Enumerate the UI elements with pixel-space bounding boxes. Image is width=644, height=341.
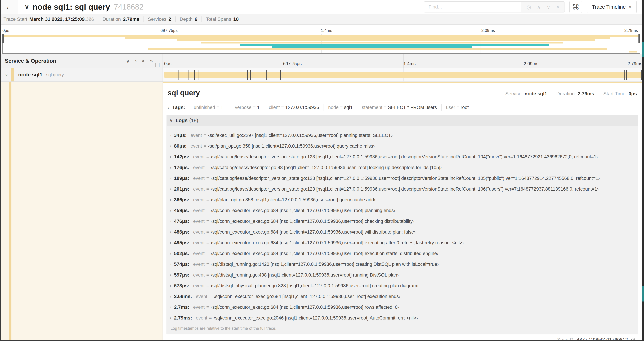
chevron-right-icon[interactable]: ›: [170, 133, 171, 138]
tag-item[interactable]: statement=SELECT * FROM users: [357, 104, 441, 111]
locate-icon[interactable]: ◎: [526, 4, 531, 10]
chevron-right-icon[interactable]: ›: [170, 219, 171, 224]
chevron-right-icon[interactable]: ›: [170, 305, 171, 310]
log-entry[interactable]: ›597μs:event=‹sql/distsql_running.go:498…: [168, 270, 636, 280]
log-entry[interactable]: ›486μs:event=‹sql/conn_executor_exec.go:…: [168, 227, 636, 237]
column-resizer-grip[interactable]: ❘❘: [154, 62, 161, 67]
chevron-right-icon[interactable]: ›: [170, 154, 171, 159]
chevron-right-icon[interactable]: ›: [170, 283, 171, 288]
chevron-right-icon[interactable]: ›: [170, 240, 171, 245]
log-entry[interactable]: ›2.79ms:event=‹sql/conn_executor_exec.go…: [168, 312, 636, 323]
start-time-value: 0μs: [628, 91, 637, 97]
log-value: ‹sql/conn_executor_exec.go:684 [nsql1,cl…: [211, 305, 399, 310]
tag-key: _unfinished: [191, 105, 215, 110]
log-entry[interactable]: ›459μs:event=‹sql/conn_executor_exec.go:…: [168, 205, 636, 216]
services-label: Services: [148, 17, 166, 22]
clear-search-icon[interactable]: ×: [556, 4, 559, 10]
log-field-name: event: [193, 305, 205, 310]
minimap-right-scrubber[interactable]: [638, 34, 640, 43]
tag-item[interactable]: node=sql1: [324, 104, 357, 111]
chevron-right-icon[interactable]: ›: [170, 251, 171, 256]
collapse-one-icon[interactable]: ∨: [126, 58, 130, 64]
timeline-ruler: 0μs697.75μs1.4ms2.09ms2.79ms: [163, 54, 644, 68]
log-value: ‹sql/distsql_running.go:1420 [nsql1,clie…: [211, 262, 439, 267]
chevron-right-icon[interactable]: ›: [170, 230, 171, 234]
tags-accordion[interactable]: › Tags: _unfinished=1_verbose=1client=12…: [166, 104, 638, 111]
tag-item[interactable]: _verbose=1: [228, 104, 264, 111]
minimap-span-bar: [240, 44, 549, 46]
logs-count: (18): [189, 118, 198, 123]
chevron-right-icon[interactable]: ›: [170, 197, 171, 202]
back-button[interactable]: ←: [0, 0, 18, 14]
chevron-down-icon[interactable]: ∨: [5, 72, 8, 78]
collapse-all-icon[interactable]: »: [140, 60, 146, 62]
chevron-right-icon[interactable]: ›: [170, 176, 171, 181]
keyboard-shortcuts-button[interactable]: ⌘: [570, 1, 582, 13]
trace-view-selector[interactable]: Trace Timeline ∨: [587, 1, 637, 13]
chevron-down-icon[interactable]: ∨: [24, 3, 29, 11]
next-match-icon[interactable]: ∨: [546, 4, 550, 10]
chevron-right-icon[interactable]: ›: [170, 187, 171, 191]
log-entry[interactable]: ›142μs:event=‹sql/catalog/lease/descript…: [168, 151, 636, 162]
log-field-name: event: [190, 133, 202, 138]
expand-all-icon[interactable]: »: [150, 58, 153, 64]
minimap-left-scrubber[interactable]: [2, 34, 4, 43]
log-entry[interactable]: ›80μs:event=‹sql/plan_opt.go:358 [nsql1,…: [168, 141, 636, 151]
log-marker-tick: [280, 70, 281, 80]
timeline-tick-label: 2.09ms: [524, 61, 538, 66]
chevron-right-icon[interactable]: ›: [170, 272, 171, 277]
log-entry[interactable]: ›34μs:event=‹sql/exec_util.go:2297 [nsql…: [168, 130, 636, 141]
chevron-right-icon[interactable]: ›: [170, 208, 171, 213]
log-field-name: event: [193, 283, 205, 288]
chevron-right-icon[interactable]: ›: [170, 294, 171, 299]
log-entry[interactable]: ›176μs:event=‹sql/catalog/descs/descript…: [168, 162, 636, 173]
tag-value: sql1: [344, 105, 353, 110]
trace-minimap[interactable]: [2, 34, 640, 54]
log-entry[interactable]: ›366μs:event=‹sql/plan_opt.go:358 [nsql1…: [168, 194, 636, 205]
log-entry[interactable]: ›2.7ms:event=‹sql/conn_executor_exec.go:…: [168, 302, 636, 312]
expand-one-icon[interactable]: ›: [135, 58, 137, 64]
log-entry[interactable]: ›2.69ms:event=‹sql/conn_executor_exec.go…: [168, 291, 636, 302]
span-id-value: 4877749850101760812: [577, 337, 628, 340]
log-value: ‹sql/exec_util.go:2297 [nsql1,client=127…: [208, 133, 393, 138]
log-value: ‹sql/distsql_physical_planner.go:828 [ns…: [211, 283, 419, 288]
log-entry[interactable]: ›189μs:event=‹sql/catalog/lease/descript…: [168, 173, 636, 184]
log-entry[interactable]: ›678μs:event=‹sql/distsql_physical_plann…: [168, 280, 636, 291]
log-entry[interactable]: ›495μs:event=‹sql/conn_executor_exec.go:…: [168, 237, 636, 248]
minimap-span-bar: [201, 42, 563, 44]
logs-header[interactable]: ∨ Logs (18): [167, 115, 638, 126]
duration-value: 2.79ms: [578, 91, 594, 97]
log-entry[interactable]: ›502μs:event=‹sql/conn_executor_exec.go:…: [168, 248, 636, 259]
prev-match-icon[interactable]: ∧: [537, 4, 541, 10]
span-row-name-cell[interactable]: ∨ node sql1 sql query: [0, 68, 163, 82]
log-field-name: event: [193, 272, 205, 278]
chevron-right-icon[interactable]: ›: [170, 315, 171, 320]
span-service-name: node sql1: [18, 72, 42, 78]
log-marker-tick: [227, 70, 227, 80]
log-entry[interactable]: ›574μs:event=‹sql/distsql_running.go:142…: [168, 259, 636, 270]
chevron-down-icon: ∨: [170, 118, 173, 123]
log-field-name: event: [193, 176, 205, 181]
timeline-tick-label: 1.4ms: [403, 61, 416, 66]
chevron-right-icon[interactable]: ›: [170, 262, 171, 267]
trace-summary-bar: Trace Start March 31 2022, 17:25:09 .326…: [0, 14, 644, 25]
right-scrollbar[interactable]: [642, 0, 644, 341]
tag-item[interactable]: user=root: [442, 104, 473, 111]
search-input[interactable]: [424, 2, 521, 12]
minimap-span-bar: [272, 46, 472, 48]
tag-item[interactable]: _unfinished=1: [186, 104, 228, 111]
timeline-tick-label: 697.75μs: [283, 61, 302, 66]
log-value: ‹sql/distsql_running.go:498 [nsql1,clien…: [211, 272, 399, 278]
span-duration-bar[interactable]: [164, 72, 642, 78]
log-marker-tick: [243, 70, 244, 80]
equals-sign: =: [206, 208, 209, 213]
tag-key: _verbose: [232, 105, 252, 110]
tag-item[interactable]: client=127.0.0.1:59936: [264, 104, 324, 111]
service-operation-header: Service & Operation ∨ › » » ❘❘: [0, 54, 163, 68]
log-entry[interactable]: ›201μs:event=‹sql/catalog/lease/descript…: [168, 184, 636, 194]
log-entry[interactable]: ›476μs:event=‹sql/conn_executor_exec.go:…: [168, 216, 636, 227]
chevron-right-icon[interactable]: ›: [170, 144, 171, 149]
chevron-right-icon[interactable]: ›: [170, 165, 171, 170]
deep-link-icon[interactable]: [630, 337, 636, 340]
equals-sign: =: [216, 105, 219, 110]
